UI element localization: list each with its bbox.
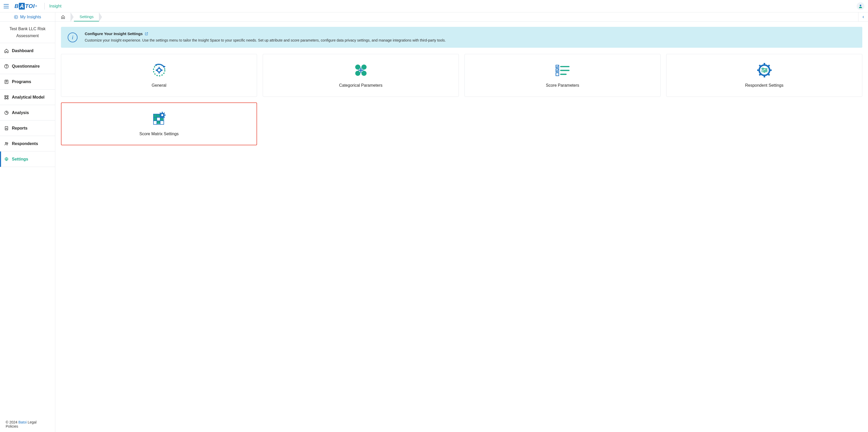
sidebar-item-dashboard[interactable]: Dashboard [0,43,55,59]
external-link-icon[interactable] [145,32,148,36]
sidebar-item-reports[interactable]: Reports [0,121,55,136]
svg-rect-67 [154,114,157,117]
info-title-text: Configure Your Insight Settings [85,32,143,36]
sidebar-item-label: Reports [12,126,27,131]
svg-rect-74 [162,112,163,113]
card-label: Score Matrix Settings [139,132,179,136]
card-label: General [152,83,166,88]
back-arrow-icon [14,15,18,19]
card-score-parameters[interactable]: Score Parameters [464,54,660,97]
categories-icon [354,63,368,77]
my-insights-link[interactable]: My Insights [0,12,55,22]
svg-point-38 [362,71,367,76]
svg-rect-77 [164,114,165,115]
card-score-matrix-settings[interactable]: Score Matrix Settings [61,102,257,145]
sidebar-item-label: Respondents [12,141,38,146]
info-description: Customize your Insight experience. Use t… [85,37,446,43]
card-general[interactable]: General [61,54,257,97]
top-bar: BATOI® Insight [0,0,868,12]
user-icon [858,4,863,8]
svg-rect-49 [764,75,765,77]
svg-point-0 [860,5,861,6]
pie-chart-icon [4,110,9,115]
svg-point-61 [764,71,765,72]
svg-rect-76 [159,114,160,115]
svg-point-3 [6,67,7,68]
sidebar-item-label: Programs [12,79,31,84]
my-insights-label: My Insights [20,15,41,19]
svg-rect-27 [159,67,160,68]
sidebar-item-analysis[interactable]: Analysis [0,105,55,121]
info-banner: i Configure Your Insight Settings Custom… [61,27,862,48]
svg-rect-28 [159,72,160,73]
breadcrumb-settings[interactable]: Settings [74,12,99,22]
svg-rect-75 [162,117,163,119]
svg-point-26 [157,68,161,72]
footer-copyright-pre: © 2024 [6,420,18,424]
footer-link[interactable]: Batoi [18,420,27,424]
collapse-panel-button[interactable] [858,12,868,22]
gear-refresh-icon [152,63,166,77]
svg-rect-11 [7,98,8,99]
svg-rect-18 [6,128,6,129]
question-icon [4,64,9,69]
card-label: Score Parameters [546,83,579,88]
sidebar-item-analytical-model[interactable]: Analytical Model [0,90,55,105]
avatar[interactable] [857,2,864,10]
info-icon: i [68,33,78,42]
project-title: Test Bank LLC Risk Assessment [0,22,55,43]
svg-rect-69 [154,118,157,121]
sidebar-item-respondents[interactable]: Respondents [0,136,55,152]
chevron-left-icon [862,15,865,19]
svg-rect-50 [757,69,759,71]
svg-rect-71 [157,121,160,124]
home-icon [4,48,9,53]
svg-point-59 [766,70,767,71]
settings-card-grid: General Categorical Parameters [61,54,862,145]
book-icon [4,79,9,84]
breadcrumb-separator [99,12,102,22]
home-icon [61,15,65,19]
card-label: Respondent Settings [745,83,783,88]
svg-rect-43 [556,73,559,76]
svg-rect-8 [5,96,6,97]
sidebar-item-programs[interactable]: Programs [0,74,55,90]
svg-point-23 [6,159,7,160]
sidebar-item-label: Questionnaire [12,64,40,69]
sidebar: My Insights Test Bank LLC Risk Assessmen… [0,12,55,432]
sidebar-item-questionnaire[interactable]: Questionnaire [0,59,55,74]
svg-rect-19 [6,128,7,129]
info-title: Configure Your Insight Settings [85,32,446,36]
footer: © 2024 Batoi Legal Policies [0,416,55,432]
svg-rect-9 [7,96,8,97]
svg-point-57 [762,68,764,69]
logo[interactable]: BATOI® [14,3,40,9]
checklist-icon [555,63,570,77]
sidebar-item-label: Dashboard [12,48,34,53]
breadcrumb-label: Settings [80,14,94,19]
card-respondent-settings[interactable]: Respondent Settings [666,54,862,97]
sidebar-item-label: Analytical Model [12,95,44,100]
breadcrumb-separator [71,12,74,22]
svg-rect-20 [7,129,7,129]
gear-icon [4,157,9,162]
svg-point-36 [362,65,367,70]
svg-point-21 [5,142,7,144]
card-categorical-parameters[interactable]: Categorical Parameters [263,54,459,97]
sidebar-item-label: Settings [12,157,28,162]
breadcrumb-home[interactable] [55,12,71,22]
sidebar-item-label: Analysis [12,110,29,115]
sidebar-nav: Dashboard Questionnaire Programs Analyti… [0,43,55,416]
svg-point-22 [7,143,8,144]
svg-rect-48 [764,63,765,65]
breadcrumb: Settings [55,12,868,22]
content: Settings i Configure Your Insight Settin… [55,12,868,432]
card-label: Categorical Parameters [339,83,382,88]
menu-toggle-icon[interactable] [4,4,9,8]
svg-point-73 [161,114,163,116]
app-name[interactable]: Insight [49,4,61,8]
gear-sliders-icon [757,63,772,77]
content-body: i Configure Your Insight Settings Custom… [55,22,868,432]
sidebar-item-settings[interactable]: Settings [0,152,55,167]
svg-rect-51 [770,69,772,71]
